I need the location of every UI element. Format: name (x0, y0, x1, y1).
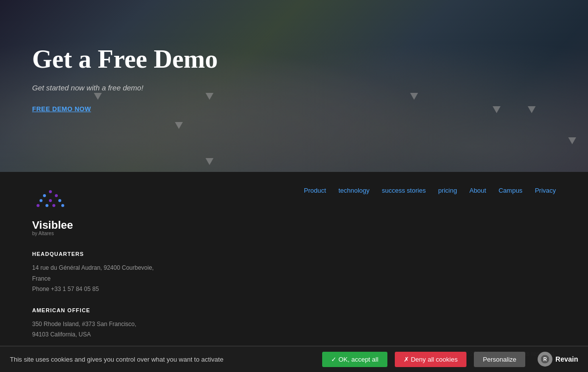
headquarters-title: HEADQUARTERS (32, 251, 161, 257)
svg-point-7 (45, 204, 48, 207)
decoration-triangle-3 (175, 122, 183, 129)
nav-product[interactable]: Product (304, 187, 326, 194)
headquarters-section: HEADQUARTERS 14 rue du Général Audran, 9… (32, 251, 161, 295)
american-office-section: AMERICAN OFFICE 350 Rhode Island, #373 S… (32, 307, 161, 340)
decoration-triangle-7 (568, 137, 576, 144)
hero-cta-link[interactable]: FREE DEMO NOW (32, 105, 91, 113)
footer-navigation: Product technology success stories prici… (304, 187, 556, 194)
svg-point-0 (49, 190, 52, 193)
american-office-title: AMERICAN OFFICE (32, 307, 161, 313)
svg-point-3 (40, 199, 42, 202)
svg-point-1 (43, 194, 46, 197)
nav-success-stories[interactable]: success stories (382, 187, 426, 194)
logo-sub: by Altares (32, 231, 161, 236)
hero-subtitle: Get started now with a free demo! (32, 83, 588, 92)
american-office-address1: 350 Rhode Island, #373 San Francisco, (32, 319, 161, 330)
cookie-message: This site uses cookies and gives you con… (10, 356, 315, 363)
headquarters-phone: Phone +33 1 57 84 05 85 (32, 284, 161, 295)
nav-campus[interactable]: Campus (499, 187, 522, 194)
svg-point-5 (58, 199, 61, 202)
cookie-banner: This site uses cookies and gives you con… (0, 346, 588, 372)
hero-section: Get a Free Demo Get started now with a f… (0, 0, 588, 172)
svg-point-4 (49, 199, 52, 202)
revain-logo-icon: R (540, 354, 550, 364)
nav-privacy[interactable]: Privacy (535, 187, 556, 194)
nav-about[interactable]: About (469, 187, 486, 194)
deny-cookies-button[interactable]: ✗ Deny all cookies (395, 352, 466, 367)
revain-badge: R Revain (538, 352, 578, 367)
footer-right-column: Product technology success stories prici… (180, 187, 556, 357)
personalize-cookies-button[interactable]: Personalize (474, 352, 525, 367)
decoration-triangle-8 (206, 158, 213, 165)
revain-label: Revain (555, 355, 578, 363)
svg-point-8 (52, 204, 55, 207)
american-office-address2: 94103 California, USA (32, 330, 161, 340)
svg-point-2 (55, 194, 58, 197)
svg-point-9 (61, 204, 64, 207)
svg-text:R: R (543, 357, 547, 362)
footer-logo: Visiblee by Altares (32, 187, 161, 236)
svg-point-6 (37, 204, 40, 207)
revain-icon: R (538, 352, 552, 367)
footer-left-column: Visiblee by Altares HEADQUARTERS 14 rue … (32, 187, 161, 357)
footer: Visiblee by Altares HEADQUARTERS 14 rue … (0, 172, 588, 372)
accept-cookies-button[interactable]: ✓ OK, accept all (322, 352, 387, 367)
visiblee-logo-icon (32, 187, 69, 216)
headquarters-address: 14 rue du Général Audran, 92400 Courbevo… (32, 263, 161, 284)
hero-content: Get a Free Demo Get started now with a f… (0, 0, 588, 113)
logo-name: Visiblee (32, 219, 161, 232)
hero-title: Get a Free Demo (32, 44, 588, 74)
nav-technology[interactable]: technology (338, 187, 370, 194)
nav-pricing[interactable]: pricing (438, 187, 457, 194)
